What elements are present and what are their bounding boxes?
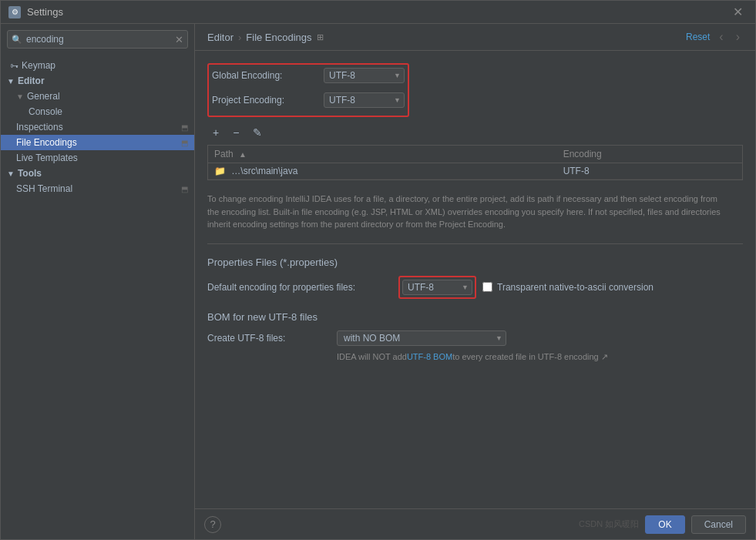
console-label: Console	[29, 106, 62, 117]
keymap-icon: 🗝	[10, 61, 18, 70]
main-content: 🔍 ✕ 🗝 Keymap ▼ Editor ▼ General	[1, 24, 755, 539]
panel-actions: Reset ‹ ›	[686, 30, 743, 44]
file-table-container: Path ▲ Encoding 📁 …\src\main\	[207, 145, 743, 180]
window-title: Settings	[27, 6, 728, 18]
add-button[interactable]: +	[207, 125, 224, 140]
nav-tree: 🗝 Keymap ▼ Editor ▼ General Console	[1, 55, 194, 539]
breadcrumb: Editor › File Encodings ⊞	[207, 32, 686, 43]
bom-note-suffix: to every created file in UTF-8 encoding …	[452, 352, 608, 362]
transparent-checkbox[interactable]	[482, 282, 492, 292]
general-arrow: ▼	[16, 92, 24, 101]
toolbar: + − ✎	[207, 125, 743, 140]
properties-encoding-select-wrapper: UTF-8 ISO-8859-1	[402, 280, 472, 295]
description-text: To change encoding IntelliJ IDEA uses fo…	[207, 193, 731, 231]
sidebar-item-inspections[interactable]: Inspections ⬒	[1, 119, 194, 135]
editor-label: Editor	[18, 75, 45, 86]
properties-encoding-label: Default encoding for properties files:	[207, 282, 392, 293]
sidebar-item-ssh-terminal[interactable]: SSH Terminal ⬒	[1, 181, 194, 196]
sidebar-item-live-templates[interactable]: Live Templates	[1, 150, 194, 166]
bom-create-row: Create UTF-8 files: with NO BOM with BOM	[207, 330, 743, 346]
bom-note-row: IDEA will NOT add UTF-8 BOM to every cre…	[337, 352, 743, 362]
bom-select-wrapper: with NO BOM with BOM	[337, 330, 506, 346]
path-value: …\src\main\java	[231, 166, 297, 176]
ok-button[interactable]: OK	[645, 515, 684, 534]
bom-section-title: BOM for new UTF-8 files	[207, 311, 743, 323]
sidebar-item-keymap[interactable]: 🗝 Keymap	[1, 58, 194, 73]
table-cell-path: 📁 …\src\main\java	[208, 163, 557, 179]
live-templates-label: Live Templates	[16, 153, 78, 163]
nav-forward-button[interactable]: ›	[733, 30, 743, 44]
global-encoding-select[interactable]: UTF-8 ISO-8859-1 windows-1252	[324, 68, 405, 83]
edit-button[interactable]: ✎	[247, 125, 267, 140]
right-panel: Editor › File Encodings ⊞ Reset ‹ › Glob…	[195, 24, 755, 539]
close-button[interactable]: ✕	[728, 3, 748, 21]
encoding-column-header[interactable]: Encoding	[557, 146, 742, 163]
panel-header: Editor › File Encodings ⊞ Reset ‹ ›	[195, 24, 755, 51]
keymap-label: Keymap	[22, 60, 55, 71]
bottom-bar: ? CSDN 如风暖阳 OK Cancel	[195, 508, 755, 539]
remove-button[interactable]: −	[227, 125, 244, 140]
transparent-checkbox-label[interactable]: Transparent native-to-ascii conversion	[482, 282, 654, 293]
tools-arrow: ▼	[7, 169, 15, 178]
project-encoding-row: Project Encoding: UTF-8 ISO-8859-1 windo…	[212, 92, 405, 108]
ssh-external-icon: ⬒	[181, 185, 188, 193]
bom-create-select[interactable]: with NO BOM with BOM	[337, 330, 506, 346]
inspections-external-icon: ⬒	[181, 123, 188, 132]
project-encoding-select-wrapper: UTF-8 ISO-8859-1 windows-1252	[324, 92, 405, 108]
project-encoding-select[interactable]: UTF-8 ISO-8859-1 windows-1252	[324, 92, 405, 108]
inspections-label: Inspections	[16, 122, 63, 132]
breadcrumb-parent: Editor	[207, 32, 234, 43]
cancel-button[interactable]: Cancel	[691, 515, 746, 534]
nav-back-button[interactable]: ‹	[716, 30, 726, 44]
file-encodings-label: File Encodings	[16, 137, 77, 148]
tools-label: Tools	[18, 168, 42, 179]
ssh-terminal-label: SSH Terminal	[16, 183, 72, 194]
help-button[interactable]: ?	[204, 516, 221, 533]
breadcrumb-link-icon: ⊞	[317, 32, 324, 42]
global-encoding-select-wrapper: UTF-8 ISO-8859-1 windows-1252	[324, 68, 405, 83]
global-encoding-label: Global Encoding:	[212, 70, 324, 81]
sidebar-item-file-encodings[interactable]: File Encodings ⬒	[1, 135, 194, 150]
path-column-header[interactable]: Path ▲	[208, 146, 557, 163]
editor-arrow: ▼	[7, 77, 15, 86]
search-box: 🔍 ✕	[7, 30, 188, 49]
properties-section-title: Properties Files (*.properties)	[207, 257, 743, 268]
sidebar-item-general[interactable]: ▼ General	[1, 89, 194, 104]
sidebar-item-tools[interactable]: ▼ Tools	[1, 166, 194, 181]
sidebar-item-editor[interactable]: ▼ Editor	[1, 73, 194, 89]
properties-encoding-select[interactable]: UTF-8 ISO-8859-1	[402, 280, 472, 295]
bom-create-label: Create UTF-8 files:	[207, 333, 331, 344]
properties-encoding-row: Default encoding for properties files: U…	[207, 276, 743, 299]
general-label: General	[27, 91, 60, 102]
file-encodings-external-icon: ⬒	[181, 139, 188, 147]
bottom-right: OK Cancel	[645, 515, 746, 534]
section-separator-1	[207, 243, 743, 244]
transparent-label-text: Transparent native-to-ascii conversion	[497, 282, 654, 293]
bottom-left: ?	[204, 516, 221, 533]
panel-body: Global Encoding: UTF-8 ISO-8859-1 window…	[195, 51, 755, 508]
project-encoding-label: Project Encoding:	[212, 95, 324, 106]
encoding-red-border: Global Encoding: UTF-8 ISO-8859-1 window…	[207, 63, 409, 117]
search-input[interactable]	[7, 30, 188, 49]
watermark: CSDN 如风暖阳	[579, 518, 639, 530]
title-bar: ⚙ Settings ✕	[1, 1, 755, 24]
sidebar-item-console[interactable]: Console	[1, 104, 194, 119]
search-icon: 🔍	[12, 35, 22, 45]
path-sort-arrow: ▲	[239, 150, 247, 159]
sidebar: 🔍 ✕ 🗝 Keymap ▼ Editor ▼ General	[1, 24, 195, 539]
folder-icon: 📁	[214, 166, 226, 176]
reset-button[interactable]: Reset	[686, 32, 710, 42]
global-encoding-row: Global Encoding: UTF-8 ISO-8859-1 window…	[212, 68, 405, 83]
window-icon: ⚙	[8, 6, 21, 18]
bom-note-prefix: IDEA will NOT add	[337, 352, 407, 361]
breadcrumb-current: File Encodings	[246, 32, 311, 43]
file-table: Path ▲ Encoding 📁 …\src\main\	[208, 146, 742, 179]
table-cell-encoding: UTF-8	[557, 163, 742, 179]
breadcrumb-separator: ›	[238, 32, 241, 43]
properties-encoding-red-border: UTF-8 ISO-8859-1	[398, 276, 476, 299]
table-row[interactable]: 📁 …\src\main\java UTF-8	[208, 163, 742, 179]
search-clear-button[interactable]: ✕	[175, 34, 183, 45]
settings-window: ⚙ Settings ✕ 🔍 ✕ 🗝 Keymap ▼ Editor	[0, 0, 756, 540]
bom-note-link[interactable]: UTF-8 BOM	[407, 352, 452, 361]
